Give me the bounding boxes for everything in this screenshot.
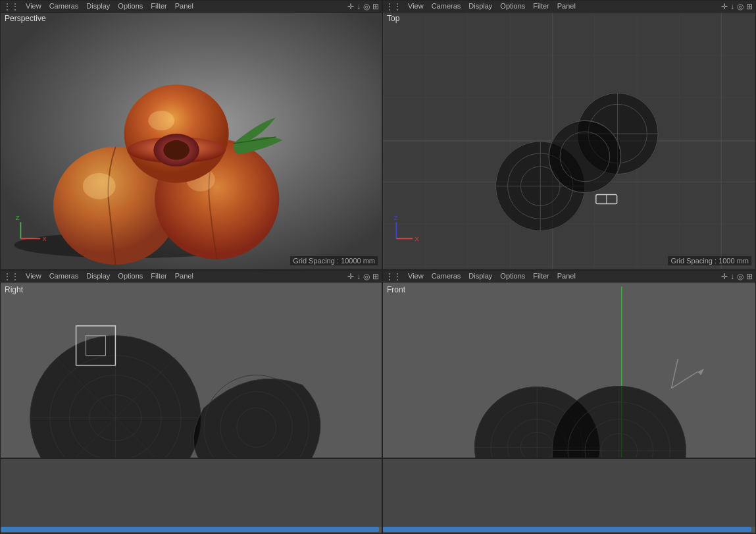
menu-cameras-persp[interactable]: Cameras [48, 2, 80, 11]
menu-options-persp[interactable]: Options [116, 2, 144, 11]
grid-icon[interactable]: ⋮⋮ [3, 2, 19, 11]
menu-options-top[interactable]: Options [499, 2, 526, 11]
grid-icon-top[interactable]: ⋮⋮ [386, 2, 401, 11]
move-icon-front[interactable]: ✛ [721, 272, 728, 281]
layout-icon-front[interactable]: ⊞ [746, 272, 753, 281]
layout-icon-right[interactable]: ⊞ [372, 272, 379, 281]
toolbar-top: ⋮⋮ View Cameras Display Options Filter P… [383, 1, 755, 13]
circle-icon-right[interactable]: ◎ [363, 272, 370, 281]
move-icon-right[interactable]: ✛ [347, 272, 354, 281]
svg-text:X: X [415, 235, 419, 242]
top-scene: Z X [383, 13, 755, 269]
toolbar-icons-persp: ✛ ↓ ◎ ⊞ [347, 2, 379, 11]
menu-cameras-front[interactable]: Cameras [430, 272, 463, 281]
circle-icon-top[interactable]: ◎ [737, 2, 743, 11]
perspective-scene: X Z [1, 13, 382, 269]
toolbar-menu-top: ⋮⋮ View Cameras Display Options Filter P… [386, 2, 717, 11]
scrollbar-track-left[interactable] [1, 527, 382, 532]
viewport-top[interactable]: ⋮⋮ View Cameras Display Options Filter P… [382, 0, 756, 270]
svg-point-4 [83, 173, 116, 200]
right-label: Right [5, 285, 23, 294]
menu-display-persp[interactable]: Display [85, 2, 111, 11]
top-svg: Z X [383, 13, 755, 269]
menu-panel-right[interactable]: Panel [174, 272, 195, 281]
layout-icon-top[interactable]: ⊞ [746, 2, 753, 11]
down-icon-top[interactable]: ↓ [730, 2, 734, 11]
circle-icon[interactable]: ◎ [363, 2, 370, 11]
grid-icon-front[interactable]: ⋮⋮ [386, 272, 401, 281]
menu-options-right[interactable]: Options [116, 272, 144, 281]
front-label: Front [387, 285, 405, 294]
viewport-front[interactable]: ⋮⋮ View Cameras Display Options Filter P… [382, 270, 756, 534]
menu-options-front[interactable]: Options [499, 272, 526, 281]
viewport-perspective[interactable]: ⋮⋮ View Cameras Display Options Filter P… [0, 0, 382, 270]
menu-filter-persp[interactable]: Filter [149, 2, 168, 11]
svg-text:X: X [42, 235, 47, 242]
toolbar-icons-right: ✛ ↓ ◎ ⊞ [347, 272, 379, 281]
menu-panel-front[interactable]: Panel [556, 272, 577, 281]
menu-panel-top[interactable]: Panel [556, 2, 577, 11]
svg-point-12 [148, 111, 174, 130]
timeline-bottom-left [1, 458, 382, 533]
toolbar-icons-top: ✛ ↓ ◎ ⊞ [721, 2, 753, 11]
move-icon-top[interactable]: ✛ [721, 2, 728, 11]
menu-view-top[interactable]: View [407, 2, 425, 11]
menu-display-front[interactable]: Display [467, 272, 493, 281]
menu-filter-right[interactable]: Filter [149, 272, 168, 281]
menu-view-right[interactable]: View [24, 272, 43, 281]
menu-display-top[interactable]: Display [467, 2, 493, 11]
menu-cameras-right[interactable]: Cameras [48, 272, 80, 281]
toolbar-menu-front: ⋮⋮ View Cameras Display Options Filter P… [386, 272, 717, 281]
viewport-right[interactable]: ⋮⋮ View Cameras Display Options Filter P… [0, 270, 382, 534]
menu-display-right[interactable]: Display [85, 272, 111, 281]
toolbar-front: ⋮⋮ View Cameras Display Options Filter P… [383, 271, 755, 282]
toolbar-menu-perspective: ⋮⋮ View Cameras Display Options Filter P… [3, 2, 343, 11]
scrollbar-thumb-right[interactable] [383, 527, 751, 532]
toolbar-menu-right: ⋮⋮ View Cameras Display Options Filter P… [3, 272, 343, 281]
down-icon-front[interactable]: ↓ [730, 272, 734, 281]
scrollbar-track-right[interactable] [383, 527, 755, 532]
toolbar-perspective: ⋮⋮ View Cameras Display Options Filter P… [1, 1, 382, 13]
timeline-bottom-right [383, 458, 755, 533]
perspective-label: Perspective [5, 14, 46, 23]
menu-cameras-top[interactable]: Cameras [430, 2, 463, 11]
perspective-svg: X Z [1, 13, 382, 269]
svg-point-11 [163, 140, 189, 160]
svg-text:Z: Z [393, 214, 397, 221]
toolbar-right: ⋮⋮ View Cameras Display Options Filter P… [1, 271, 382, 282]
top-label: Top [387, 14, 399, 23]
layout-icon[interactable]: ⊞ [372, 2, 379, 11]
down-icon-right[interactable]: ↓ [357, 272, 361, 281]
svg-text:Z: Z [15, 214, 19, 221]
menu-filter-front[interactable]: Filter [532, 272, 550, 281]
down-icon[interactable]: ↓ [357, 2, 361, 11]
grid-icon-right[interactable]: ⋮⋮ [3, 272, 19, 281]
grid-spacing-persp: Grid Spacing : 10000 mm [290, 256, 378, 265]
menu-filter-top[interactable]: Filter [532, 2, 550, 11]
scrollbar-thumb-left[interactable] [1, 527, 379, 532]
menu-view-persp[interactable]: View [24, 2, 43, 11]
menu-view-front[interactable]: View [407, 272, 425, 281]
grid-spacing-top: Grid Spacing : 1000 mm [668, 256, 751, 265]
menu-panel-persp[interactable]: Panel [174, 2, 195, 11]
viewport-grid: ⋮⋮ View Cameras Display Options Filter P… [0, 0, 756, 534]
circle-icon-front[interactable]: ◎ [737, 272, 743, 281]
toolbar-icons-front: ✛ ↓ ◎ ⊞ [721, 272, 753, 281]
move-icon[interactable]: ✛ [347, 2, 354, 11]
